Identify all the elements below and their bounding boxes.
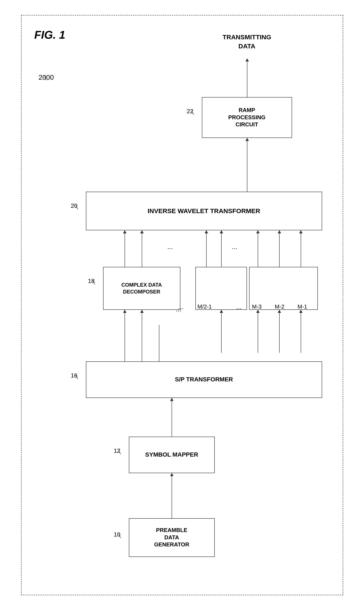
ref-sp: 16 xyxy=(71,372,78,379)
ch-dots-2: ... xyxy=(236,303,242,311)
inverse-wavelet-block: INVERSE WAVELET TRANSFORMER xyxy=(86,192,322,230)
ref-preamble: 10 xyxy=(114,531,120,538)
line-complex-up1 xyxy=(142,230,142,267)
ref-ramp: 22 xyxy=(187,108,194,115)
complex-decomposer-block: COMPLEX DATA DECOMPOSER xyxy=(103,267,180,310)
line-sub1-up xyxy=(221,230,222,267)
arrow-sp-to-sub2c xyxy=(301,310,301,353)
transmitting-data-label: TRANSMITTING DATA xyxy=(221,33,273,51)
arrow-ramp-to-tx xyxy=(247,58,247,97)
arrow-sp-to-sub2b xyxy=(279,310,280,353)
line-sub2-up1 xyxy=(258,230,258,267)
arrow-preamble-to-symbol xyxy=(172,473,172,518)
ch-label-m1: M-1 xyxy=(298,303,307,310)
symbol-mapper-block: SYMBOL MAPPER xyxy=(129,437,215,473)
sp-transformer-block: S/P TRANSFORMER xyxy=(86,361,322,398)
line-ch2 xyxy=(159,325,159,361)
preamble-block: PREAMBLE DATA GENERATOR xyxy=(129,518,215,557)
arrow-sp-to-complex1 xyxy=(142,310,142,353)
diagram-page: FIG. 1 PREAMBLE DATA GENERATOR 10 SYMBOL… xyxy=(21,15,343,595)
arrow-sp-to-sub2a xyxy=(258,310,258,353)
line-complex-up0 xyxy=(125,230,125,267)
dots-lines-1: ... xyxy=(168,243,173,251)
line-sub2-up2 xyxy=(279,230,280,267)
dots-lines-2: ... xyxy=(232,243,237,251)
diagram-number: 2000 xyxy=(39,73,54,81)
arrow-symbol-to-sp xyxy=(172,398,172,437)
arrow-sp-to-sub1 xyxy=(221,310,222,353)
ramp-processing-block: RAMP PROCESSING CIRCUIT xyxy=(202,97,292,138)
line-sub1-up2 xyxy=(206,230,207,267)
ch-dots-mid: ... xyxy=(178,303,184,311)
ch-label-m2-1: M/2-1 xyxy=(197,303,212,310)
ref-symbol: 12 xyxy=(114,447,120,454)
line-sub2-up3 xyxy=(301,230,301,267)
ref-inverse: 20 xyxy=(71,202,78,209)
arrow-sp-to-complex0 xyxy=(125,310,125,353)
ch-label-m2b: M-2 xyxy=(275,303,285,310)
ref-complex: 18 xyxy=(88,278,95,284)
ch-label-m3: M-3 xyxy=(252,303,262,310)
figure-label: FIG. 1 xyxy=(34,28,65,41)
arrow-wavelet-to-ramp xyxy=(247,138,247,192)
